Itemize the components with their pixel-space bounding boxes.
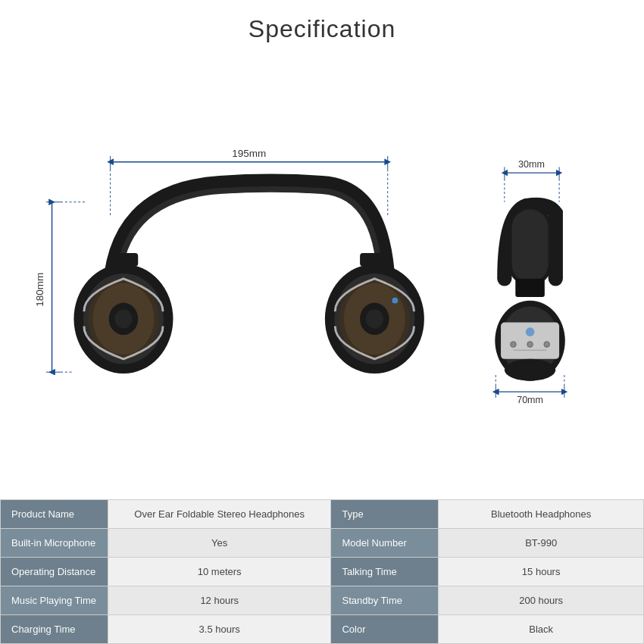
table-row: Charging Time 3.5 hours Color Black bbox=[1, 615, 644, 644]
spec-table-section: Product Name Over Ear Foldable Stereo He… bbox=[0, 499, 644, 644]
svg-text:195mm: 195mm bbox=[232, 148, 266, 159]
spec-label-1: Built-in Microphone bbox=[1, 529, 108, 558]
spec-label-1: Operating Distance bbox=[1, 558, 108, 586]
table-row: Built-in Microphone Yes Model Number BT-… bbox=[1, 529, 644, 558]
svg-point-37 bbox=[505, 359, 555, 381]
svg-point-12 bbox=[366, 309, 383, 328]
image-section: 195mm 180mm bbox=[0, 51, 644, 499]
spec-value-1: 10 meters bbox=[108, 558, 331, 586]
svg-point-14 bbox=[392, 298, 398, 304]
spec-value-1: Yes bbox=[108, 529, 331, 558]
spec-value-2: 15 hours bbox=[439, 558, 644, 586]
svg-point-35 bbox=[544, 342, 550, 348]
spec-label-2: Color bbox=[331, 615, 439, 644]
spec-label-2: Talking Time bbox=[331, 558, 439, 586]
spec-value-1: 3.5 hours bbox=[108, 615, 331, 644]
svg-point-34 bbox=[527, 342, 533, 348]
svg-rect-28 bbox=[511, 209, 548, 282]
spec-value-1: Over Ear Foldable Stereo Headphones bbox=[108, 500, 331, 529]
spec-table: Product Name Over Ear Foldable Stereo He… bbox=[0, 499, 644, 644]
svg-text:70mm: 70mm bbox=[517, 395, 543, 405]
spec-label-2: Model Number bbox=[331, 529, 439, 558]
spec-label-2: Standby Time bbox=[331, 586, 439, 615]
table-row: Product Name Over Ear Foldable Stereo He… bbox=[1, 500, 644, 529]
spec-value-2: Bluetooth Headphones bbox=[439, 500, 644, 529]
table-row: Music Playing Time 12 hours Standby Time… bbox=[1, 586, 644, 615]
svg-text:30mm: 30mm bbox=[518, 159, 545, 170]
spec-label-1: Music Playing Time bbox=[1, 586, 108, 615]
svg-point-33 bbox=[511, 342, 517, 348]
spec-label-1: Product Name bbox=[1, 500, 108, 529]
spec-value-2: Black bbox=[439, 615, 644, 644]
title-section: Specification bbox=[0, 0, 644, 51]
page-container: Specification bbox=[0, 0, 644, 644]
diagram-svg: 195mm 180mm bbox=[23, 127, 621, 423]
svg-rect-6 bbox=[109, 253, 139, 266]
page-title: Specification bbox=[0, 15, 644, 43]
spec-label-1: Charging Time bbox=[1, 615, 108, 644]
svg-rect-38 bbox=[515, 279, 545, 297]
svg-point-5 bbox=[114, 309, 132, 328]
spec-value-2: 200 hours bbox=[439, 586, 644, 615]
spec-value-2: BT-990 bbox=[439, 529, 644, 558]
table-row: Operating Distance 10 meters Talking Tim… bbox=[1, 558, 644, 586]
svg-rect-13 bbox=[360, 253, 389, 266]
spec-label-2: Type bbox=[331, 500, 439, 529]
spec-value-1: 12 hours bbox=[108, 586, 331, 615]
svg-point-32 bbox=[526, 327, 535, 336]
svg-text:180mm: 180mm bbox=[34, 273, 45, 307]
